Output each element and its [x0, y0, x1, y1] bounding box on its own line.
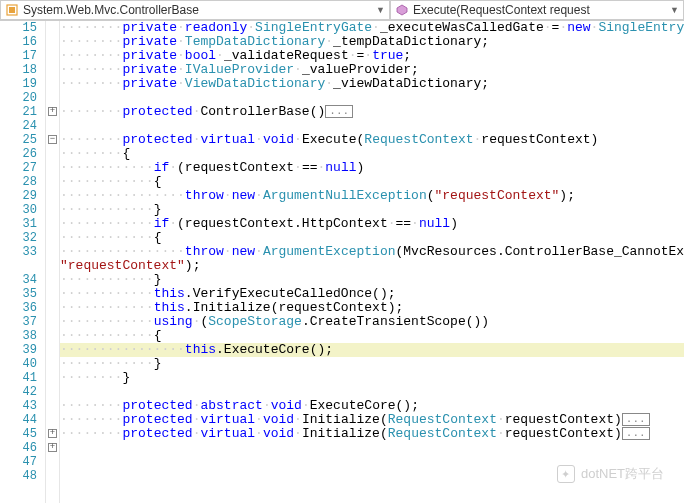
line-number: 29	[0, 189, 45, 203]
class-dropdown[interactable]: System.Web.Mvc.ControllerBase ▼	[0, 0, 390, 20]
code-token: RequestContext	[364, 132, 473, 147]
code-line[interactable]	[60, 91, 684, 105]
code-token: if	[154, 160, 170, 175]
code-token: virtual	[200, 426, 255, 441]
code-line[interactable]: ················throw·new·ArgumentExcept…	[60, 245, 684, 259]
code-line[interactable]: ············{	[60, 329, 684, 343]
fold-expand-icon[interactable]: +	[48, 429, 57, 438]
code-token: Execute(	[302, 132, 364, 147]
whitespace: ·	[411, 216, 419, 231]
code-token: RequestContext	[388, 412, 497, 427]
code-line[interactable]: ········private·bool·_validateRequest·=·…	[60, 49, 684, 63]
line-number: 48	[0, 469, 45, 483]
code-line[interactable]: ········private·ViewDataDictionary·_view…	[60, 77, 684, 91]
code-line[interactable]: ········private·TempDataDictionary·_temp…	[60, 35, 684, 49]
code-token: "requestContext"	[435, 188, 560, 203]
code-line[interactable]: ········protected·ControllerBase()...	[60, 105, 684, 119]
collapsed-region-icon[interactable]: ...	[325, 105, 353, 118]
whitespace: ·	[216, 48, 224, 63]
code-token: ScopeStorage	[208, 314, 302, 329]
code-token: (requestContext.HttpContext	[177, 216, 388, 231]
line-number: 20	[0, 91, 45, 105]
code-line[interactable]: ············{	[60, 231, 684, 245]
code-line[interactable]: ········protected·abstract·void·ExecuteC…	[60, 399, 684, 413]
whitespace: ············	[60, 286, 154, 301]
code-token: _viewDataDictionary;	[333, 76, 489, 91]
whitespace: ············	[60, 230, 154, 245]
code-line[interactable]: ············}	[60, 357, 684, 371]
code-token: "requestContext"	[60, 258, 185, 273]
code-line[interactable]: ········protected·virtual·void·Execute(R…	[60, 133, 684, 147]
whitespace: ·	[177, 76, 185, 91]
whitespace: ········	[60, 21, 122, 35]
line-number: 39	[0, 343, 45, 357]
whitespace: ············	[60, 356, 154, 371]
code-token: new	[567, 21, 590, 35]
code-token: )	[450, 216, 458, 231]
code-token: _validateRequest	[224, 48, 349, 63]
line-number: 28	[0, 175, 45, 189]
fold-expand-icon[interactable]: +	[48, 443, 57, 452]
line-number: 26	[0, 147, 45, 161]
whitespace: ·	[388, 216, 396, 231]
code-line[interactable]	[60, 385, 684, 399]
code-line[interactable]: ········private·IValueProvider·_valuePro…	[60, 63, 684, 77]
whitespace: ········	[60, 34, 122, 49]
code-line[interactable]: ················throw·new·ArgumentNullEx…	[60, 189, 684, 203]
code-token: using	[154, 314, 193, 329]
code-line[interactable]: ········private·readonly·SingleEntryGate…	[60, 21, 684, 35]
code-line[interactable]	[60, 119, 684, 133]
whitespace: ·	[255, 132, 263, 147]
code-token: bool	[185, 48, 216, 63]
line-number: 38	[0, 329, 45, 343]
code-line[interactable]: ················this.ExecuteCore();	[60, 343, 684, 357]
whitespace: ············	[60, 314, 154, 329]
whitespace: ·	[177, 48, 185, 63]
line-number: 25	[0, 133, 45, 147]
line-number-gutter: 1516171819202124252627282930313233343536…	[0, 21, 46, 503]
code-token: new	[232, 188, 255, 203]
code-line[interactable]: ········protected·virtual·void·Initializ…	[60, 427, 684, 441]
code-line[interactable]: ············{	[60, 175, 684, 189]
code-line[interactable]: ············}	[60, 273, 684, 287]
code-editor[interactable]: 1516171819202124252627282930313233343536…	[0, 21, 684, 503]
code-token: ==	[396, 216, 412, 231]
whitespace: ·	[325, 76, 333, 91]
code-line[interactable]: ············}	[60, 203, 684, 217]
code-token: throw	[185, 188, 224, 203]
code-line[interactable]: ········{	[60, 147, 684, 161]
line-number: 35	[0, 287, 45, 301]
whitespace: ·	[177, 21, 185, 35]
code-line[interactable]: ············if·(requestContext.HttpConte…	[60, 217, 684, 231]
line-number: 21	[0, 105, 45, 119]
code-line[interactable]: "requestContext");	[60, 259, 684, 273]
code-token: Initialize(	[302, 426, 388, 441]
code-token: _executeWasCalledGate	[380, 21, 544, 35]
code-token: null	[325, 160, 356, 175]
code-line[interactable]: ············this.Initialize(requestConte…	[60, 301, 684, 315]
code-line[interactable]: ············using·(ScopeStorage.CreateTr…	[60, 315, 684, 329]
code-line[interactable]: ············this.VerifyExecuteCalledOnce…	[60, 287, 684, 301]
fold-strip: +−++	[46, 21, 60, 503]
class-icon	[5, 3, 19, 17]
code-line[interactable]: ········protected·virtual·void·Initializ…	[60, 413, 684, 427]
code-line[interactable]: ············if·(requestContext·==·null)	[60, 161, 684, 175]
code-token: .VerifyExecuteCalledOnce();	[185, 286, 396, 301]
whitespace: ········	[60, 370, 122, 385]
collapsed-region-icon[interactable]: ...	[622, 427, 650, 440]
whitespace: ·	[497, 412, 505, 427]
fold-expand-icon[interactable]: +	[48, 107, 57, 116]
line-number: 30	[0, 203, 45, 217]
whitespace: ············	[60, 272, 154, 287]
fold-collapse-icon[interactable]: −	[48, 135, 57, 144]
code-line[interactable]: ········}	[60, 371, 684, 385]
code-token: (requestContext	[177, 160, 294, 175]
watermark: ✦ dotNET跨平台	[557, 465, 664, 483]
collapsed-region-icon[interactable]: ...	[622, 413, 650, 426]
code-area[interactable]: ········private·readonly·SingleEntryGate…	[60, 21, 684, 503]
whitespace: ········	[60, 104, 122, 119]
code-token: void	[263, 412, 294, 427]
member-dropdown[interactable]: Execute(RequestContext request ▼	[390, 0, 684, 20]
whitespace: ·	[177, 62, 185, 77]
code-line[interactable]	[60, 441, 684, 455]
